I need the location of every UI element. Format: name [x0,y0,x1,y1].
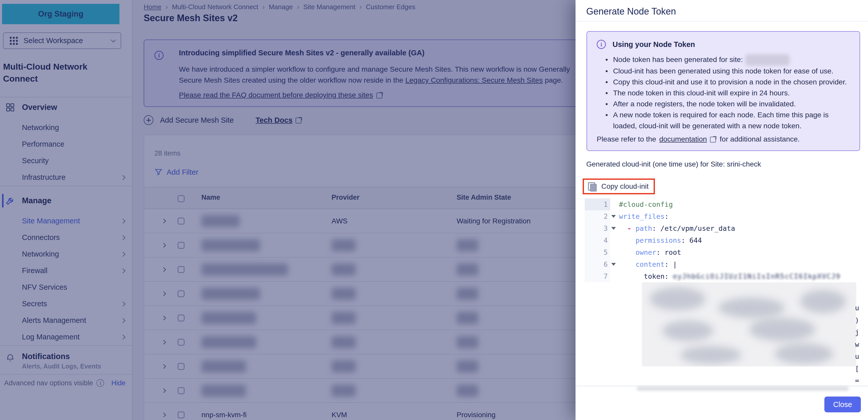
copy-icon [588,182,597,191]
divider [576,386,868,386]
code-text: token: eyJhbGciOiJIUzI1NiIsInR5cCI6IkpXV… [610,272,841,280]
documentation-link[interactable]: documentation [659,135,707,143]
code-text: write_files: [610,213,669,220]
info-bullet: Copy this cloud-init and use it to provi… [613,76,852,88]
token-line-ending: ) [855,316,859,324]
fold-caret-icon[interactable] [611,215,616,218]
close-button[interactable]: Close [824,396,861,412]
line-number: 1 [585,198,610,211]
fold-caret-icon[interactable] [611,263,616,266]
token-line-ending: u [855,352,859,360]
token-line-ending: j [855,328,859,336]
code-line: 7 token: eyJhbGciOiJIUzI1NiIsInR5cCI6Ikp… [585,270,868,282]
info-icon: i [597,40,606,49]
code-text: owner: root [610,248,681,256]
cloud-init-code-block[interactable]: 1#cloud-config2write_files:3 - path: /et… [585,198,868,366]
external-link-icon [710,136,717,142]
annotation-highlight-box: Copy cloud-init [583,179,655,194]
code-line: 2write_files: [585,211,868,222]
code-text: content: | [610,260,677,268]
token-line-ending: u [855,304,859,312]
code-line: 6 content: | [585,258,868,270]
line-number: 7 [585,270,610,282]
generated-cloud-init-label: Generated cloud-init (one time use) for … [586,160,868,168]
code-line: 4 permissions: 644 [585,234,868,246]
code-line: 1#cloud-config [585,198,868,211]
bullet-text: The node token in this cloud-init will e… [613,89,789,97]
redacted-code-remnant [637,387,848,390]
code-line: 5 owner: root [585,246,868,258]
code-text: #cloud-config [610,200,673,208]
info-bullet: Cloud-init has been generated using this… [613,66,852,76]
info-bullet: The node token in this cloud-init will e… [613,88,852,98]
info-box-title: Using your Node Token [613,40,695,49]
line-number: 5 [585,246,610,258]
app-screen: Org Staging Select Workspace Multi-Cloud… [0,0,868,420]
line-number: 6 [585,258,610,270]
bullet-text: Cloud-init has been generated using this… [613,67,834,75]
modal-title: Generate Node Token [576,0,868,21]
bullet-text: Node token has been generated for site: [613,55,743,64]
info-box-footer: Please refer to the documentation for ad… [597,135,852,143]
info-bullet: Node token has been generated for site: [613,54,852,66]
divider [576,21,868,22]
line-number: 4 [585,234,610,246]
token-line-ending: w [855,341,859,348]
redacted-token-block [642,282,856,366]
bullet-text: After a node registers, the node token w… [613,100,796,108]
generate-node-token-modal: Generate Node Token i Using your Node To… [576,0,868,420]
code-text: permissions: 644 [610,236,702,244]
redacted-token-text: eyJhbGciOiJIUzI1NiIsInR5cCI6IkpXVCJ9 [673,272,840,280]
copy-cloud-init-button[interactable]: Copy cloud-init [588,182,649,191]
redacted-site-name [745,54,789,66]
token-line-ending: = [855,377,859,385]
line-number: 2 [585,211,610,222]
code-text: - path: /etc/vpm/user_data [610,224,735,232]
bullet-text: Copy this cloud-init and use it to provi… [613,78,847,86]
info-bullet: After a node registers, the node token w… [613,98,852,109]
node-token-info-box: i Using your Node Token Node token has b… [587,31,860,151]
fold-caret-icon[interactable] [611,227,616,230]
code-line: 3 - path: /etc/vpm/user_data [585,222,868,234]
line-number: 3 [585,222,610,234]
bullet-text: A new node token is required for each no… [613,111,829,130]
info-bullet: A new node token is required for each no… [613,109,852,131]
token-line-ending: [ [855,365,859,373]
